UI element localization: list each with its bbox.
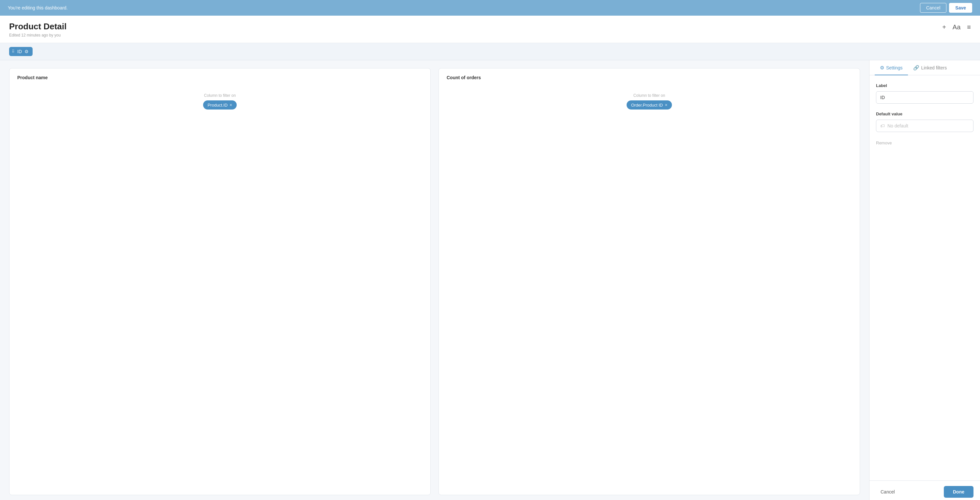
product-name-filter-section: Column to filter on Product.ID × [17,93,423,110]
default-value-field: Default value 🏷 No default [876,111,974,132]
banner-cancel-button[interactable]: Cancel [920,3,947,13]
count-orders-filter-section: Column to filter on Order.Product ID × [447,93,852,110]
font-icon[interactable]: Aa [953,24,961,31]
page-header: Product Detail Edited 12 minutes ago by … [0,16,980,43]
panel-cancel-button[interactable]: Cancel [876,487,899,497]
remove-field: Remove [876,140,974,146]
filter-bar: ⠿ ID ⚙ [0,43,980,60]
banner-text: You're editing this dashboard. [8,5,68,10]
default-value-label: Default value [876,111,974,116]
header-actions: + Aa ≡ [942,22,971,31]
count-orders-card-title: Count of orders [447,75,852,80]
default-value-tag-icon: 🏷 [880,123,885,129]
banner-save-button[interactable]: Save [949,3,972,13]
count-orders-filter-label: Column to filter on [633,93,665,98]
header-left: Product Detail Edited 12 minutes ago by … [9,22,67,38]
remove-link[interactable]: Remove [876,140,892,145]
product-id-tag-label: Product.ID [208,103,228,108]
product-id-remove-icon[interactable]: × [229,102,232,108]
settings-tab-icon: ⚙ [880,65,884,71]
filter-chip-id[interactable]: ⠿ ID ⚙ [9,47,33,56]
label-field-label: Label [876,83,974,88]
panel-tabs: ⚙ Settings 🔗 Linked filters [869,60,980,75]
panel-footer: Cancel Done [869,481,980,500]
default-value-placeholder: No default [888,123,908,129]
filter-chip-label: ID [17,49,22,54]
right-panel: ⚙ Settings 🔗 Linked filters Label Defaul… [869,60,980,500]
banner-actions: Cancel Save [920,3,972,13]
order-product-id-remove-icon[interactable]: × [665,102,667,108]
gear-icon[interactable]: ⚙ [24,49,29,54]
count-orders-card: Count of orders Column to filter on Orde… [439,68,860,495]
drag-icon: ⠿ [12,49,15,54]
add-icon[interactable]: + [942,24,946,31]
default-value-box[interactable]: 🏷 No default [876,120,974,132]
linked-filters-tab-label: Linked filters [921,65,947,70]
page-subtitle: Edited 12 minutes ago by you [9,33,67,38]
tab-linked-filters[interactable]: 🔗 Linked filters [908,60,952,75]
label-field: Label [876,83,974,104]
order-product-id-tag-label: Order.Product ID [631,103,663,108]
product-name-card: Product name Column to filter on Product… [9,68,431,495]
editing-banner: You're editing this dashboard. Cancel Sa… [0,0,980,16]
panel-body: Label Default value 🏷 No default Remove [869,75,980,481]
tab-settings[interactable]: ⚙ Settings [875,60,908,75]
filter-icon[interactable]: ≡ [967,24,971,31]
product-name-card-title: Product name [17,75,423,80]
product-name-filter-label: Column to filter on [204,93,236,98]
panel-done-button[interactable]: Done [944,486,974,498]
label-input[interactable] [876,91,974,104]
order-product-id-filter-tag[interactable]: Order.Product ID × [627,100,672,110]
content-area: Product name Column to filter on Product… [0,60,869,500]
settings-tab-label: Settings [886,65,903,70]
product-id-filter-tag[interactable]: Product.ID × [203,100,237,110]
page-title: Product Detail [9,22,67,32]
main-layout: Product name Column to filter on Product… [0,60,980,500]
linked-filters-tab-icon: 🔗 [913,65,920,71]
